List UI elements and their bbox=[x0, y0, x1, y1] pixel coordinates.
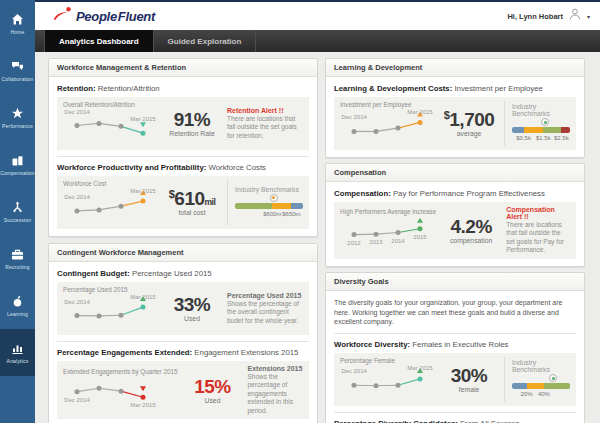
svg-text:Mar 2015: Mar 2015 bbox=[130, 402, 156, 408]
sparkline-block: High Performers Average increase 2012201… bbox=[340, 208, 436, 253]
workforce-cost-stat-box: Workforce Cost Dec 2014Mar 2015 $610mil … bbox=[57, 176, 309, 229]
panel-title: Learning & Development bbox=[326, 59, 584, 77]
analytics-dashboard-app: Home Collaboration Performance Compensat… bbox=[0, 0, 600, 423]
alert-block: Retention Alert !! There are locations t… bbox=[227, 107, 303, 140]
user-greeting: Hi, Lynn Hobart bbox=[507, 12, 563, 21]
sparkline-block: Workforce Cost Dec 2014Mar 2015 bbox=[63, 180, 157, 225]
logo-text: PeopleFluent bbox=[76, 9, 155, 24]
svg-text:Dec 2014: Dec 2014 bbox=[341, 114, 367, 120]
pay-for-performance-stat-box: High Performers Average increase 2012201… bbox=[334, 202, 576, 259]
divider bbox=[57, 156, 309, 157]
tab-guided-exploration[interactable]: Guided Exploration bbox=[154, 30, 257, 52]
panel-learning-development: Learning & Development Learning & Develo… bbox=[325, 58, 585, 158]
alert-title: Compensation Alert !! bbox=[506, 206, 570, 220]
panel-title: Contingent Workforce Management bbox=[49, 244, 317, 262]
investment-sparkline: Dec 2014Mar 2015 bbox=[340, 108, 434, 146]
alert-text: There are locations that fall outside th… bbox=[227, 115, 303, 140]
tab-analytics-dashboard[interactable]: Analytics Dashboard bbox=[44, 30, 154, 52]
svg-text:Mar 2015: Mar 2015 bbox=[407, 109, 433, 115]
chevron-down-icon: ▾ bbox=[587, 13, 590, 20]
svg-text:Dec 2014: Dec 2014 bbox=[64, 109, 90, 115]
benchmark-bar bbox=[235, 203, 303, 209]
home-icon bbox=[11, 13, 24, 26]
high-performers-sparkline: 2012201320142015 bbox=[340, 215, 436, 253]
sidebar-item-compensation[interactable]: Compensation bbox=[0, 141, 35, 188]
sidebar-item-performance[interactable]: Performance bbox=[0, 94, 35, 141]
metric-heading: Retention: Retention/Attrition bbox=[57, 84, 309, 93]
logo-swoosh-icon bbox=[52, 6, 74, 26]
panel-title: Diversity Goals bbox=[326, 273, 584, 291]
metric-heading: Percentage Diversity Candidates: From Al… bbox=[334, 419, 576, 423]
contingent-budget-stat-box: Percentage Used 2015 Dec 2014Mar 2015 33… bbox=[57, 282, 309, 335]
workforce-diversity-stat-box: Percentage Female Dec 2014Mar 2015 30% f… bbox=[334, 353, 576, 406]
big-metric: 33% Used bbox=[163, 295, 221, 322]
workforce-cost-sparkline: Dec 2014Mar 2015 bbox=[63, 187, 157, 225]
alert-block: Compensation Alert !! There are location… bbox=[506, 206, 570, 255]
sidebar-item-collaboration[interactable]: Collaboration bbox=[0, 47, 35, 94]
svg-text:Dec 2014: Dec 2014 bbox=[64, 299, 90, 305]
panel-contingent-workforce: Contingent Workforce Management Continge… bbox=[48, 243, 318, 423]
diversity-benchmark: 20%40% bbox=[512, 374, 570, 400]
description-block: Extensions 2015 Shows the percentage of … bbox=[247, 365, 303, 415]
branch-arrows-icon bbox=[11, 201, 24, 214]
svg-text:Mar 2015: Mar 2015 bbox=[130, 188, 156, 194]
benchmark-marker-icon bbox=[270, 194, 278, 202]
svg-text:2013: 2013 bbox=[369, 239, 383, 245]
top-header: PeopleFluent Hi, Lynn Hobart ▾ bbox=[35, 0, 600, 30]
sidebar-item-label: Collaboration bbox=[1, 76, 33, 82]
chat-bubbles-icon bbox=[11, 60, 24, 73]
benchmark-marker-icon bbox=[541, 118, 549, 126]
alert-text: There are locations that fall outside th… bbox=[506, 221, 570, 255]
svg-text:2015: 2015 bbox=[413, 234, 427, 240]
big-metric: 91% Retention Rate bbox=[163, 110, 221, 137]
alert-title: Retention Alert !! bbox=[227, 107, 303, 114]
svg-text:Mar 2015: Mar 2015 bbox=[130, 294, 156, 300]
divider bbox=[334, 412, 576, 413]
dashboard-content: Workforce Management & Retention Retenti… bbox=[35, 52, 600, 423]
workforce-cost-benchmark: $600m$650m bbox=[235, 194, 303, 220]
sparkline-block: Percentage Used 2015 Dec 2014Mar 2015 bbox=[63, 286, 157, 331]
benchmark-bar bbox=[512, 383, 570, 389]
avatar-icon bbox=[568, 7, 582, 25]
benchmark-block: Industry Benchmarks $0.5k$1.5k$2.5k bbox=[504, 101, 570, 146]
user-menu[interactable]: Hi, Lynn Hobart ▾ bbox=[507, 7, 590, 25]
sidebar-item-label: Home bbox=[10, 29, 24, 35]
sidebar-item-succession[interactable]: Succession bbox=[0, 188, 35, 235]
big-metric: 15% Used bbox=[183, 377, 241, 404]
sidebar-item-analytics[interactable]: Analytics bbox=[0, 329, 35, 376]
big-metric: 4.2% compensation bbox=[442, 217, 500, 244]
benchmark-bar bbox=[512, 127, 570, 133]
divider bbox=[334, 333, 576, 334]
svg-text:2014: 2014 bbox=[391, 237, 405, 243]
percentage-female-sparkline: Dec 2014Mar 2015 bbox=[340, 364, 434, 402]
metric-heading: Compensation: Pay for Performance Progra… bbox=[334, 189, 576, 198]
left-column: Workforce Management & Retention Retenti… bbox=[48, 58, 318, 423]
panel-diversity-goals: Diversity Goals The diversity goals for … bbox=[325, 272, 585, 423]
svg-text:2012: 2012 bbox=[347, 239, 361, 245]
sidebar-item-label: Performance bbox=[2, 123, 33, 129]
star-icon bbox=[11, 107, 24, 120]
divider bbox=[57, 341, 309, 342]
benchmark-labels: 20%40% bbox=[512, 391, 570, 400]
percentage-used-sparkline: Dec 2014Mar 2015 bbox=[63, 293, 157, 331]
panel-title: Compensation bbox=[326, 164, 584, 182]
sidebar-item-recruiting[interactable]: Recruiting bbox=[0, 235, 35, 282]
sparkline-block: Extended Engagements by Quarter 2015 Dec… bbox=[63, 368, 177, 413]
retention-stat-box: Overall Retention/Attrition Dec 2014Mar … bbox=[57, 97, 309, 150]
extensions-sparkline: Dec 2014Mar 2015 bbox=[63, 375, 177, 413]
sidebar-item-home[interactable]: Home bbox=[0, 0, 35, 47]
benchmark-block: Industry Benchmarks 20%40% bbox=[504, 357, 570, 402]
sidebar-item-label: Succession bbox=[4, 217, 32, 223]
ld-costs-stat-box: Investment per Employee Dec 2014Mar 2015… bbox=[334, 97, 576, 150]
metric-heading: Learning & Development Costs: Investment… bbox=[334, 84, 576, 93]
engagements-extended-stat-box: Extended Engagements by Quarter 2015 Dec… bbox=[57, 361, 309, 419]
briefcase-icon bbox=[11, 248, 24, 261]
peoplefluent-logo[interactable]: PeopleFluent bbox=[52, 6, 155, 26]
apple-icon bbox=[11, 295, 24, 308]
sparkline-block: Investment per Employee Dec 2014Mar 2015 bbox=[340, 101, 434, 146]
benchmark-block: Industry Benchmarks $600m$650m bbox=[227, 180, 303, 225]
sidebar-item-label: Compensation bbox=[0, 170, 35, 176]
tab-bar: Analytics Dashboard Guided Exploration bbox=[35, 30, 600, 52]
sidebar-item-learning[interactable]: Learning bbox=[0, 282, 35, 329]
sidebar-item-label: Recruiting bbox=[5, 264, 30, 270]
